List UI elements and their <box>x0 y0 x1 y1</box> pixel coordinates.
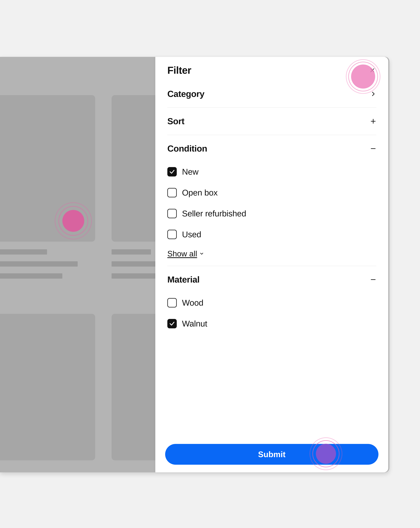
placeholder-line <box>0 273 62 279</box>
placeholder-line <box>0 261 78 266</box>
plus-icon <box>370 118 376 124</box>
checkbox-checked-icon <box>167 319 177 328</box>
section-sort[interactable]: Sort <box>167 108 376 135</box>
option-label: New <box>182 167 198 177</box>
section-label-sort: Sort <box>167 116 185 126</box>
option-label: Open box <box>182 188 218 197</box>
section-material[interactable]: Material <box>167 266 376 288</box>
checkbox-option[interactable]: Used <box>167 224 376 245</box>
section-label-category: Category <box>167 89 204 99</box>
filter-panel: Filter Category Sort Condi <box>155 57 388 472</box>
option-label: Wood <box>182 298 203 307</box>
chevron-right-icon <box>370 91 376 97</box>
checkbox-unchecked-icon <box>167 230 177 239</box>
placeholder-card <box>0 314 95 460</box>
minus-icon <box>370 276 376 283</box>
minus-icon <box>370 145 376 152</box>
checkbox-unchecked-icon <box>167 209 177 218</box>
condition-options: New Open box Seller refurbished Used Sho… <box>167 157 376 266</box>
placeholder-card <box>0 95 95 242</box>
checkbox-option[interactable]: New <box>167 161 376 182</box>
chevron-down-icon <box>199 251 204 256</box>
checkbox-unchecked-icon <box>167 298 177 307</box>
show-all-link[interactable]: Show all <box>167 249 204 258</box>
panel-title: Filter <box>167 64 191 76</box>
checkbox-option[interactable]: Seller refurbished <box>167 203 376 224</box>
checkbox-unchecked-icon <box>167 188 177 197</box>
submit-label: Submit <box>258 450 285 459</box>
placeholder-line <box>0 249 47 254</box>
option-label: Used <box>182 230 201 239</box>
option-label: Walnut <box>182 319 207 328</box>
checkbox-option[interactable]: Wood <box>167 292 376 313</box>
material-options: Wood Walnut <box>167 288 376 328</box>
checkbox-option[interactable]: Open box <box>167 182 376 203</box>
checkbox-option[interactable]: Walnut <box>167 313 376 328</box>
submit-button[interactable]: Submit <box>165 444 378 465</box>
option-label: Seller refurbished <box>182 209 246 218</box>
close-icon <box>370 67 375 73</box>
close-button[interactable] <box>368 66 376 74</box>
section-label-condition: Condition <box>167 144 207 154</box>
placeholder-line <box>111 249 151 254</box>
checkbox-checked-icon <box>167 167 177 177</box>
show-all-label: Show all <box>167 249 197 258</box>
section-label-material: Material <box>167 275 199 285</box>
section-condition[interactable]: Condition <box>167 135 376 157</box>
section-category[interactable]: Category <box>167 80 376 108</box>
